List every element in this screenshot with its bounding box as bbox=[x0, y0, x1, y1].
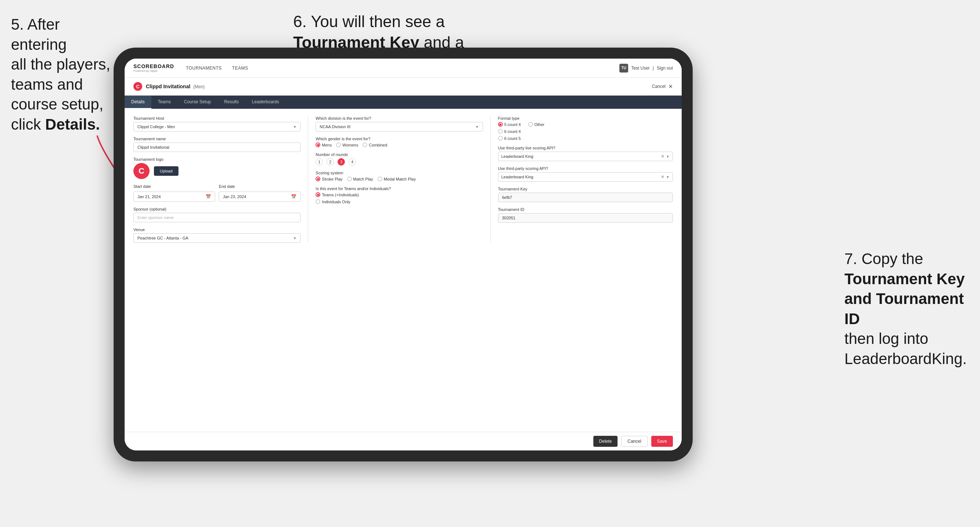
round-3-circle: 3 bbox=[337, 158, 345, 165]
tab-course-setup[interactable]: Course Setup bbox=[177, 95, 217, 109]
tournament-host-input[interactable]: Clippd College - Men ▼ bbox=[134, 122, 301, 132]
individuals-option[interactable]: Individuals Only bbox=[315, 199, 350, 204]
round-1-circle: 1 bbox=[315, 158, 323, 165]
radio-5count4-circle bbox=[498, 122, 503, 127]
left-form-section: Tournament Host Clippd College - Men ▼ T… bbox=[134, 116, 308, 243]
tournament-key-value: 6efb7 bbox=[498, 193, 673, 202]
teams-label: Is this event for Teams and/or Individua… bbox=[315, 186, 483, 191]
round-2-circle: 2 bbox=[326, 158, 334, 165]
format-col-left: 5 count 4 6 count 4 6 count 5 bbox=[498, 122, 521, 141]
nav-tournaments[interactable]: TOURNAMENTS bbox=[186, 65, 222, 71]
logo-title: SCOREBOARD bbox=[134, 63, 174, 69]
gender-label: Which gender is the event for? bbox=[315, 137, 483, 141]
upload-button[interactable]: Upload bbox=[154, 166, 178, 176]
format-5count4[interactable]: 5 count 4 bbox=[498, 122, 521, 127]
clear-icon-1[interactable]: ✕ bbox=[661, 154, 665, 159]
tournament-header: C Clippd Invitational (Men) Cancel ✕ bbox=[125, 78, 682, 95]
third-party-field-1: Use third-party live scoring API? Leader… bbox=[498, 146, 673, 161]
tab-teams[interactable]: Teams bbox=[151, 95, 177, 109]
dropdown-arrow-1: ▼ bbox=[666, 154, 670, 159]
teams-radio-group: Teams (+Individuals) Individuals Only bbox=[315, 192, 483, 204]
clear-icon-2[interactable]: ✕ bbox=[661, 174, 665, 179]
third-party-select-1[interactable]: Leaderboard King ✕ ▼ bbox=[498, 152, 673, 161]
content-area: Tournament Host Clippd College - Men ▼ T… bbox=[125, 109, 682, 432]
scoring-medal-match[interactable]: Medal Match Play bbox=[377, 176, 415, 181]
radio-combined-circle bbox=[363, 143, 367, 147]
radio-6count4-circle bbox=[498, 129, 503, 134]
nav-teams[interactable]: TEAMS bbox=[232, 65, 248, 71]
tournament-logo-label: Tournament logo bbox=[134, 157, 301, 162]
start-date-field: Start date Jan 21, 2024 📅 bbox=[134, 184, 215, 202]
gender-radio-group: Mens Womens Combined bbox=[315, 143, 483, 147]
annotation-bottom-right: 7. Copy theTournament Keyand Tournament … bbox=[845, 249, 969, 369]
nav-separator: | bbox=[653, 65, 654, 71]
format-6count4[interactable]: 6 count 4 bbox=[498, 129, 521, 134]
end-date-input[interactable]: Jan 23, 2024 📅 bbox=[219, 192, 301, 202]
end-date-label: End date bbox=[219, 184, 301, 189]
rounds-3[interactable]: 3 bbox=[337, 158, 345, 165]
scoring-stroke[interactable]: Stroke Play bbox=[315, 176, 342, 181]
third-party-field-2: Use third-party scoring API? Leaderboard… bbox=[498, 166, 673, 182]
scoring-stroke-label: Stroke Play bbox=[322, 177, 342, 181]
gender-combined[interactable]: Combined bbox=[363, 143, 387, 147]
footer-bar: Delete Cancel Save bbox=[125, 432, 682, 451]
format-type-options: 5 count 4 6 count 4 6 count 5 bbox=[498, 122, 673, 141]
tournament-name-input[interactable]: Clippd Invitational bbox=[134, 143, 301, 152]
tournament-id-field: Tournament ID 302051 bbox=[498, 207, 673, 223]
logo-sub: Powered by clippd bbox=[134, 69, 174, 73]
tab-details[interactable]: Details bbox=[125, 95, 151, 109]
nav-right: TU Test User | Sign out bbox=[619, 64, 673, 73]
tournament-logo-field: Tournament logo C Upload bbox=[134, 157, 301, 179]
format-other[interactable]: Other bbox=[528, 122, 545, 127]
delete-button[interactable]: Delete bbox=[593, 436, 618, 447]
rounds-4[interactable]: 4 bbox=[348, 158, 356, 165]
format-type-label: Format type bbox=[498, 116, 673, 121]
start-date-label: Start date bbox=[134, 184, 215, 189]
scoring-match[interactable]: Match Play bbox=[347, 176, 373, 181]
sponsor-input[interactable]: Enter sponsor name bbox=[134, 213, 301, 222]
format-col-right: Other bbox=[528, 122, 545, 141]
footer-cancel-button[interactable]: Cancel bbox=[621, 436, 647, 447]
format-other-label: Other bbox=[535, 122, 545, 127]
tab-bar: Details Teams Course Setup Results Leade… bbox=[125, 95, 682, 109]
tab-results[interactable]: Results bbox=[217, 95, 245, 109]
radio-medal-circle bbox=[377, 176, 382, 181]
top-nav: SCOREBOARD Powered by clippd TOURNAMENTS… bbox=[125, 59, 682, 78]
nav-left: SCOREBOARD Powered by clippd TOURNAMENTS… bbox=[134, 63, 248, 73]
venue-input[interactable]: Peachtree GC - Atlanta - GA ▼ bbox=[134, 233, 301, 243]
gender-mens[interactable]: Mens bbox=[315, 143, 332, 147]
rounds-label: Number of rounds bbox=[315, 152, 483, 157]
dropdown-arrow-2: ▼ bbox=[666, 175, 670, 179]
radio-teams-circle bbox=[315, 192, 320, 197]
logo-c-icon: C bbox=[134, 163, 150, 179]
tournament-name-label: Tournament name bbox=[134, 137, 301, 141]
tournament-key-field: Tournament Key 6efb7 bbox=[498, 187, 673, 202]
radio-other-circle bbox=[528, 122, 533, 127]
rounds-1[interactable]: 1 bbox=[315, 158, 323, 165]
cancel-button[interactable]: Cancel ✕ bbox=[652, 84, 673, 89]
start-date-input[interactable]: Jan 21, 2024 📅 bbox=[134, 192, 215, 202]
rounds-2[interactable]: 2 bbox=[326, 158, 334, 165]
third-party-select-2[interactable]: Leaderboard King ✕ ▼ bbox=[498, 172, 673, 182]
tablet-screen: SCOREBOARD Powered by clippd TOURNAMENTS… bbox=[125, 59, 682, 451]
radio-match-circle bbox=[347, 176, 352, 181]
radio-individuals-circle bbox=[315, 199, 320, 204]
sign-out-link[interactable]: Sign out bbox=[657, 65, 673, 71]
tournament-title: Clippd Invitational (Men) bbox=[146, 84, 205, 89]
gender-womens[interactable]: Womens bbox=[336, 143, 358, 147]
division-input[interactable]: NCAA Division III ▼ bbox=[315, 122, 483, 132]
tournament-key-label: Tournament Key bbox=[498, 187, 673, 191]
gender-mens-label: Mens bbox=[322, 143, 332, 147]
venue-dropdown-icon: ▼ bbox=[293, 236, 296, 240]
logo-area: SCOREBOARD Powered by clippd bbox=[134, 63, 174, 73]
save-button[interactable]: Save bbox=[651, 436, 673, 447]
division-label: Which division is the event for? bbox=[315, 116, 483, 121]
format-6count5[interactable]: 6 count 5 bbox=[498, 136, 521, 141]
logo-upload-area: C Upload bbox=[134, 163, 301, 179]
date-row: Start date Jan 21, 2024 📅 End date Jan 2… bbox=[134, 184, 301, 202]
teams-option[interactable]: Teams (+Individuals) bbox=[315, 192, 359, 197]
sponsor-label: Sponsor (optional) bbox=[134, 207, 301, 211]
tab-leaderboards[interactable]: Leaderboards bbox=[245, 95, 285, 109]
middle-form-section: Which division is the event for? NCAA Di… bbox=[315, 116, 490, 243]
gender-womens-label: Womens bbox=[342, 143, 358, 147]
